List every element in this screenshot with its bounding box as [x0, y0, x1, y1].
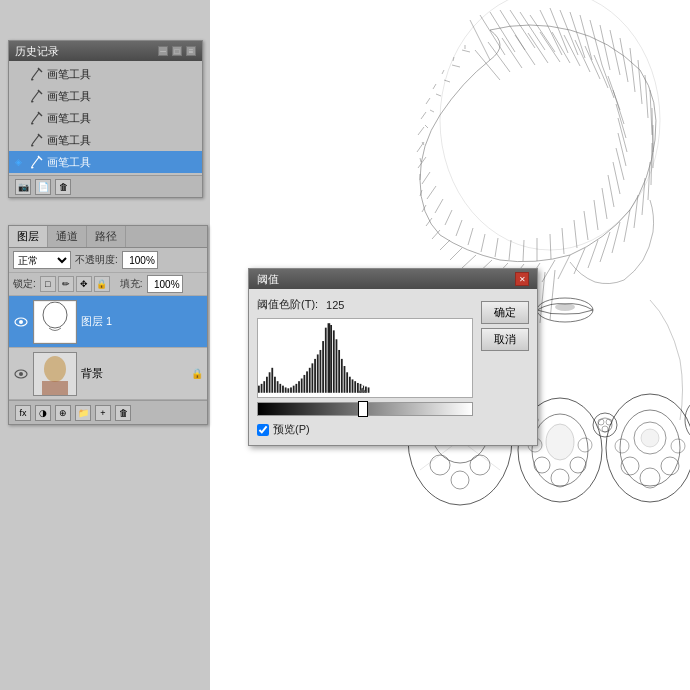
layers-tabs: 图层通道路径 [9, 226, 207, 248]
svg-rect-202 [338, 350, 340, 393]
layer-delete-btn[interactable]: 🗑 [115, 405, 131, 421]
lock-all-btn[interactable]: 🔒 [94, 276, 110, 292]
history-item-4[interactable]: ◈ 画笔工具 [9, 151, 202, 173]
svg-point-137 [602, 426, 608, 432]
brush-icon [29, 111, 43, 125]
lock-transparent-btn[interactable]: □ [40, 276, 56, 292]
svg-line-33 [542, 260, 555, 282]
threshold-slider[interactable] [257, 402, 473, 416]
history-new-snapshot-btn[interactable]: 📷 [15, 179, 31, 195]
layer-adj-btn[interactable]: ⊕ [55, 405, 71, 421]
svg-line-90 [422, 172, 430, 184]
threshold-dialog-body: 阈值色阶(T): 125 [249, 289, 537, 445]
fill-label: 填充: [120, 277, 143, 291]
svg-rect-189 [303, 375, 305, 393]
lock-image-btn[interactable]: ✏ [58, 276, 74, 292]
svg-rect-206 [349, 377, 351, 393]
svg-rect-201 [336, 339, 338, 393]
svg-line-12 [580, 15, 592, 60]
svg-point-141 [641, 429, 659, 447]
threshold-dialog-close[interactable]: ✕ [515, 272, 529, 286]
layer-new-btn[interactable]: + [95, 405, 111, 421]
svg-point-144 [640, 468, 660, 488]
opacity-input[interactable] [122, 251, 158, 269]
preview-checkbox[interactable] [257, 424, 269, 436]
svg-line-81 [523, 240, 524, 261]
svg-point-145 [615, 439, 629, 453]
layer-item-1[interactable]: 背景🔒 [9, 348, 207, 400]
svg-line-83 [495, 238, 498, 257]
layer-thumbnail [33, 352, 77, 396]
layer-styles-btn[interactable]: fx [15, 405, 31, 421]
layer-visibility-toggle[interactable] [13, 366, 29, 382]
svg-rect-190 [306, 371, 308, 392]
svg-line-92 [417, 142, 424, 152]
svg-line-160 [33, 157, 39, 165]
svg-line-3 [490, 12, 515, 52]
svg-rect-180 [279, 384, 281, 393]
threshold-ok-btn[interactable]: 确定 [481, 301, 529, 324]
threshold-slider-marker[interactable] [358, 401, 368, 417]
svg-point-132 [578, 438, 592, 452]
svg-line-23 [651, 143, 652, 185]
svg-line-30 [588, 240, 598, 268]
svg-line-65 [602, 65, 614, 98]
layers-tab-通道[interactable]: 通道 [48, 226, 87, 247]
svg-line-25 [642, 178, 645, 215]
svg-point-116 [470, 455, 490, 475]
svg-line-152 [33, 69, 39, 77]
svg-line-76 [584, 211, 588, 240]
svg-line-38 [462, 255, 476, 268]
history-item-2[interactable]: 画笔工具 [9, 107, 202, 129]
layer-mask-btn[interactable]: ◑ [35, 405, 51, 421]
history-item-1[interactable]: 画笔工具 [9, 85, 202, 107]
history-item-3[interactable]: 画笔工具 [9, 129, 202, 151]
layers-panel: 图层通道路径 正常 不透明度: 锁定: □ ✏ ✥ 🔒 填充: 图层 1背景🔒 … [8, 225, 208, 425]
svg-line-20 [650, 90, 652, 135]
svg-line-49 [430, 110, 434, 112]
blend-mode-select[interactable]: 正常 [13, 251, 71, 269]
lock-position-btn[interactable]: ✥ [76, 276, 92, 292]
history-maximize-btn[interactable]: □ [172, 46, 182, 56]
history-close-btn[interactable]: ≡ [186, 46, 196, 56]
layers-tab-路径[interactable]: 路径 [87, 226, 126, 247]
svg-line-48 [425, 125, 428, 128]
svg-point-0 [440, 0, 660, 250]
threshold-label: 阈值色阶(T): [257, 297, 318, 312]
fill-input[interactable] [147, 275, 183, 293]
history-minimize-btn[interactable]: ─ [158, 46, 168, 56]
svg-line-57 [515, 35, 535, 65]
svg-rect-213 [368, 387, 370, 392]
svg-line-55 [488, 42, 510, 72]
history-delete-btn[interactable]: 🗑 [55, 179, 71, 195]
history-item-label: 画笔工具 [47, 155, 91, 170]
svg-line-104 [540, 272, 545, 323]
svg-rect-194 [317, 354, 319, 392]
svg-point-163 [19, 320, 23, 324]
svg-line-79 [550, 234, 551, 259]
svg-line-39 [450, 248, 462, 260]
history-item-0[interactable]: 画笔工具 [9, 63, 202, 85]
svg-line-56 [502, 38, 522, 68]
lock-buttons: □ ✏ ✥ 🔒 [40, 276, 110, 292]
svg-line-67 [613, 90, 624, 124]
layer-visibility-toggle[interactable] [13, 314, 29, 330]
layer-item-0[interactable]: 图层 1 [9, 296, 207, 348]
history-item-label: 画笔工具 [47, 111, 91, 126]
svg-line-156 [33, 113, 39, 121]
history-panel: 历史记录 ─ □ ≡ 画笔工具 画笔工具 [8, 40, 203, 198]
svg-line-50 [436, 94, 441, 96]
svg-rect-172 [258, 386, 260, 393]
layers-tab-图层[interactable]: 图层 [9, 226, 48, 247]
svg-rect-204 [344, 366, 346, 393]
layer-group-btn[interactable]: 📁 [75, 405, 91, 421]
threshold-cancel-btn[interactable]: 取消 [481, 328, 529, 351]
history-active-marker: ◈ [15, 157, 25, 167]
svg-point-146 [671, 439, 685, 453]
svg-rect-173 [261, 384, 263, 393]
svg-line-72 [613, 162, 620, 194]
history-new-document-btn[interactable]: 📄 [35, 179, 51, 195]
threshold-dialog: 阈值 ✕ 阈值色阶(T): 125 [248, 268, 538, 446]
svg-rect-200 [333, 330, 335, 392]
svg-line-15 [610, 30, 620, 75]
